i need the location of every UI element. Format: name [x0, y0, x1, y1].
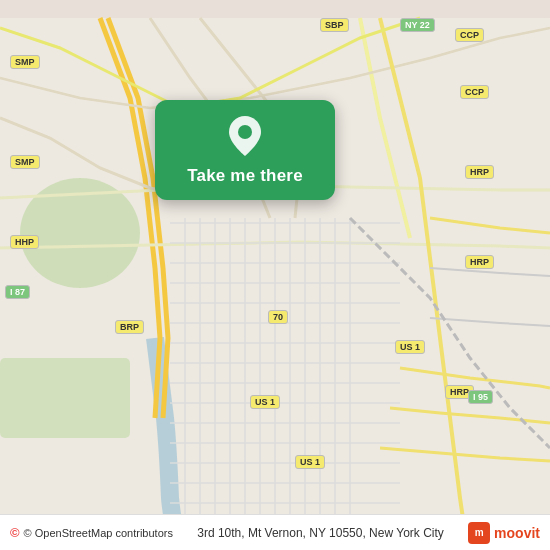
- map-background: [0, 0, 550, 550]
- road-badge-ny22: NY 22: [400, 18, 435, 32]
- bottom-bar: © © OpenStreetMap contributors 3rd 10th,…: [0, 514, 550, 550]
- road-badge-hhp: HHP: [10, 235, 39, 249]
- svg-point-3: [238, 125, 252, 139]
- road-badge-us1c: US 1: [295, 455, 325, 469]
- road-badge-us1b: US 1: [250, 395, 280, 409]
- road-badge-ccp1: CCP: [455, 28, 484, 42]
- road-badge-us1a: US 1: [395, 340, 425, 354]
- road-badge-ccp2: CCP: [460, 85, 489, 99]
- road-badge-i95: I 95: [468, 390, 493, 404]
- svg-rect-2: [0, 358, 130, 438]
- marker-overlay: Take me there: [155, 100, 335, 200]
- road-badge-r70: 70: [268, 310, 288, 324]
- road-badge-smp2: SMP: [10, 155, 40, 169]
- moovit-text: moovit: [494, 525, 540, 541]
- road-badge-hrp2: HRP: [465, 255, 494, 269]
- take-me-there-label: Take me there: [187, 166, 303, 186]
- road-badge-brp: BRP: [115, 320, 144, 334]
- road-badge-hrp1: HRP: [465, 165, 494, 179]
- moovit-icon: m: [468, 522, 490, 544]
- bottom-left: © © OpenStreetMap contributors: [10, 525, 173, 540]
- map-container: NY 22SBPCCPCCPSMPSMPHHPBRPHRPHRPHRP70US …: [0, 0, 550, 550]
- location-pin-icon: [223, 114, 267, 158]
- osm-logo: ©: [10, 525, 20, 540]
- road-badge-i87: I 87: [5, 285, 30, 299]
- bottom-address: 3rd 10th, Mt Vernon, NY 10550, New York …: [197, 526, 444, 540]
- osm-credit: © OpenStreetMap contributors: [24, 527, 173, 539]
- road-badge-smp1: SMP: [10, 55, 40, 69]
- take-me-there-button[interactable]: Take me there: [155, 100, 335, 200]
- road-badge-sbp: SBP: [320, 18, 349, 32]
- moovit-logo: m moovit: [468, 522, 540, 544]
